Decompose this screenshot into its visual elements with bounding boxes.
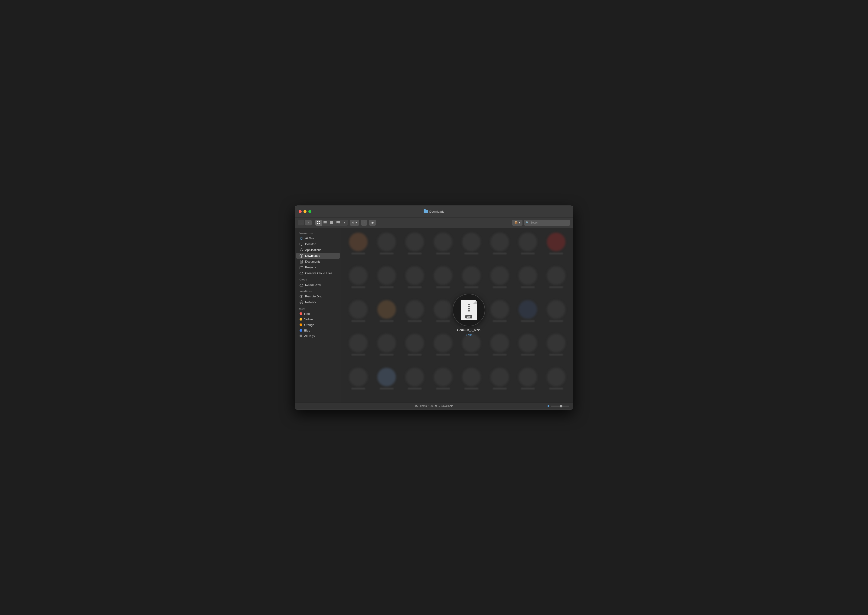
sidebar-label-icloud-drive: iCloud Drive	[305, 283, 322, 287]
all-tags-dot	[300, 334, 302, 337]
sidebar-label-applications: Applications	[305, 248, 322, 252]
sidebar-label-network: Network	[305, 300, 316, 304]
blurred-file-34	[374, 368, 399, 398]
zipper-seg-2	[468, 306, 470, 308]
blurred-file-15	[516, 266, 540, 297]
svg-rect-4	[323, 221, 327, 222]
file-grid[interactable]: ZIP iTerm2-3_2_6.zip 7 MB	[341, 228, 573, 403]
network-icon	[300, 300, 303, 304]
sidebar-item-creative-cloud[interactable]: Creative Cloud Files	[296, 270, 340, 276]
svg-rect-5	[323, 222, 327, 223]
dropbox-dropdown-arrow: ▾	[519, 221, 520, 224]
sidebar-item-remote-disc[interactable]: Remote Disc	[296, 294, 340, 299]
zipper-seg-4	[468, 310, 470, 312]
blurred-file-38	[487, 368, 512, 398]
documents-icon	[300, 260, 303, 264]
zoom-dot	[548, 405, 550, 407]
window-title: Downloads	[429, 210, 444, 213]
blurred-file-3	[403, 233, 427, 263]
back-button[interactable]: ‹	[298, 220, 304, 225]
blurred-file-6	[487, 233, 512, 263]
svg-rect-0	[317, 221, 318, 222]
main-content: Favourites AirDrop	[295, 228, 573, 403]
blurred-file-32	[544, 334, 568, 364]
sidebar-item-network[interactable]: Network	[296, 300, 340, 305]
sidebar: Favourites AirDrop	[295, 228, 341, 403]
sidebar-item-tag-red[interactable]: Red	[296, 311, 340, 317]
traffic-lights	[299, 210, 311, 213]
blurred-file-20	[431, 300, 455, 330]
blurred-file-13	[459, 266, 484, 297]
blurred-file-28	[431, 334, 455, 364]
forward-button[interactable]: ›	[305, 220, 312, 225]
downloads-icon	[300, 254, 303, 258]
minimize-button[interactable]	[303, 210, 306, 213]
sidebar-label-projects: Projects	[305, 265, 316, 269]
tags-section-label: Tags	[295, 305, 341, 311]
sidebar-item-applications[interactable]: Applications	[296, 247, 340, 253]
blurred-file-36	[431, 368, 455, 398]
sidebar-item-projects[interactable]: Projects	[296, 265, 340, 270]
maximize-button[interactable]	[308, 210, 311, 213]
svg-rect-7	[330, 221, 331, 224]
sidebar-item-tag-blue[interactable]: Blue	[296, 328, 340, 333]
svg-rect-2	[317, 223, 318, 224]
view-columns-button[interactable]	[328, 220, 335, 226]
sidebar-label-remote-disc: Remote Disc	[305, 295, 322, 298]
red-tag-dot	[300, 312, 302, 315]
share-icon: ↑	[364, 221, 365, 224]
view-list-button[interactable]	[322, 220, 328, 226]
yellow-tag-dot	[300, 318, 302, 321]
share-button[interactable]: ↑	[361, 220, 367, 226]
statusbar-text: 158 items, 100.39 GB available	[415, 404, 454, 408]
blurred-file-11	[403, 266, 427, 297]
desktop-icon	[300, 242, 303, 246]
blurred-file-29	[459, 334, 484, 364]
action-button[interactable]: ⚙ ▾	[350, 220, 359, 226]
airdrop-icon	[300, 237, 303, 240]
sidebar-item-tag-yellow[interactable]: Yellow	[296, 317, 340, 322]
sidebar-item-documents[interactable]: Documents	[296, 259, 340, 264]
search-bar: 🔍	[524, 220, 570, 226]
blurred-file-30	[487, 334, 512, 364]
sidebar-item-all-tags[interactable]: All Tags...	[296, 333, 340, 339]
zoom-slider[interactable]	[551, 406, 569, 406]
blurred-file-17	[346, 300, 371, 330]
sidebar-item-airdrop[interactable]: AirDrop	[296, 236, 340, 241]
sidebar-item-icloud-drive[interactable]: iCloud Drive	[296, 282, 340, 288]
blurred-file-26	[374, 334, 399, 364]
featured-file-name: iTerm2-3_2_6.zip	[457, 328, 481, 331]
sidebar-item-desktop[interactable]: Desktop	[296, 242, 340, 247]
svg-point-14	[301, 238, 302, 239]
sidebar-item-downloads[interactable]: Downloads	[296, 253, 340, 259]
sidebar-item-tag-orange[interactable]: Orange	[296, 322, 340, 328]
blurred-file-5	[459, 233, 484, 263]
svg-rect-17	[301, 245, 302, 246]
featured-file[interactable]: ZIP iTerm2-3_2_6.zip 7 MB	[453, 294, 485, 337]
blurred-file-7	[516, 233, 540, 263]
view-icon-button[interactable]	[315, 220, 322, 226]
zoom-slider-area	[548, 405, 569, 407]
search-input[interactable]	[530, 221, 568, 224]
svg-rect-8	[331, 221, 332, 224]
zip-type-label: ZIP	[465, 315, 472, 318]
sidebar-label-creative-cloud: Creative Cloud Files	[305, 272, 332, 275]
statusbar: 158 items, 100.39 GB available	[295, 403, 573, 409]
svg-rect-10	[336, 221, 340, 223]
view-gallery-button[interactable]	[335, 220, 341, 226]
blurred-file-25	[346, 334, 371, 364]
toolbar: ‹ ›	[295, 218, 573, 228]
sidebar-label-desktop: Desktop	[305, 242, 316, 246]
blurred-file-23	[516, 300, 540, 330]
blurred-file-31	[516, 334, 540, 364]
sidebar-label-tag-orange: Orange	[304, 323, 314, 327]
blurred-file-24	[544, 300, 568, 330]
zoom-slider-thumb	[560, 405, 562, 407]
tag-button[interactable]: ◉	[369, 220, 376, 226]
finder-window: Downloads ‹ ›	[295, 206, 573, 410]
view-dropdown-button[interactable]: ▾	[341, 220, 348, 226]
blurred-file-14	[487, 266, 512, 297]
close-button[interactable]	[299, 210, 301, 213]
blurred-file-8	[544, 233, 568, 263]
dropbox-button[interactable]: 📦 ▾	[512, 220, 523, 226]
